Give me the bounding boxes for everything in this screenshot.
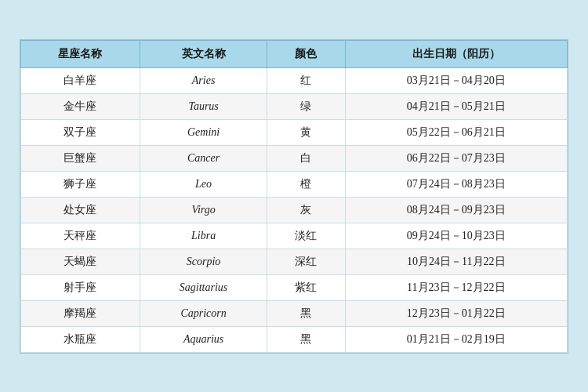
- cell-zh-name: 射手座: [21, 274, 140, 300]
- header-zh-name: 星座名称: [21, 40, 140, 67]
- table-row: 射手座Sagittarius紫红11月23日－12月22日: [21, 274, 568, 300]
- table-row: 狮子座Leo橙07月24日－08月23日: [21, 171, 568, 197]
- cell-date: 03月21日－04月20日: [345, 67, 567, 93]
- table-row: 天蝎座Scorpio深红10月24日－11月22日: [21, 249, 568, 274]
- cell-date: 11月23日－12月22日: [345, 274, 567, 300]
- cell-en-name: Cancer: [140, 145, 267, 171]
- cell-en-name: Taurus: [140, 93, 267, 119]
- cell-zh-name: 天蝎座: [21, 249, 140, 274]
- cell-date: 07月24日－08月23日: [345, 171, 567, 197]
- cell-color: 灰: [267, 197, 345, 223]
- table-row: 处女座Virgo灰08月24日－09月23日: [21, 197, 568, 223]
- table-row: 金牛座Taurus绿04月21日－05月21日: [21, 93, 568, 119]
- header-en-name: 英文名称: [140, 40, 267, 67]
- cell-color: 绿: [267, 93, 345, 119]
- cell-en-name: Virgo: [140, 197, 267, 223]
- cell-zh-name: 狮子座: [21, 171, 140, 197]
- cell-zh-name: 白羊座: [21, 67, 140, 93]
- cell-color: 黄: [267, 119, 345, 145]
- table-row: 水瓶座Aquarius黑01月21日－02月19日: [21, 326, 568, 352]
- cell-date: 04月21日－05月21日: [345, 93, 567, 119]
- cell-zh-name: 摩羯座: [21, 300, 140, 326]
- zodiac-table: 星座名称 英文名称 颜色 出生日期（阳历） 白羊座Aries红03月21日－04…: [20, 40, 568, 353]
- cell-color: 紫红: [267, 274, 345, 300]
- table-row: 巨蟹座Cancer白06月22日－07月23日: [21, 145, 568, 171]
- table-row: 双子座Gemini黄05月22日－06月21日: [21, 119, 568, 145]
- cell-zh-name: 巨蟹座: [21, 145, 140, 171]
- cell-date: 08月24日－09月23日: [345, 197, 567, 223]
- cell-zh-name: 天秤座: [21, 223, 140, 249]
- cell-zh-name: 双子座: [21, 119, 140, 145]
- cell-color: 橙: [267, 171, 345, 197]
- header-color: 颜色: [267, 40, 345, 67]
- cell-color: 淡红: [267, 223, 345, 249]
- cell-en-name: Leo: [140, 171, 267, 197]
- cell-date: 09月24日－10月23日: [345, 223, 567, 249]
- cell-en-name: Sagittarius: [140, 274, 267, 300]
- cell-date: 01月21日－02月19日: [345, 326, 567, 352]
- cell-en-name: Aquarius: [140, 326, 267, 352]
- cell-en-name: Capricorn: [140, 300, 267, 326]
- header-date: 出生日期（阳历）: [345, 40, 567, 67]
- cell-en-name: Scorpio: [140, 249, 267, 274]
- table-header-row: 星座名称 英文名称 颜色 出生日期（阳历）: [21, 40, 568, 67]
- cell-color: 白: [267, 145, 345, 171]
- cell-color: 黑: [267, 300, 345, 326]
- cell-zh-name: 处女座: [21, 197, 140, 223]
- cell-date: 06月22日－07月23日: [345, 145, 567, 171]
- zodiac-table-container: 星座名称 英文名称 颜色 出生日期（阳历） 白羊座Aries红03月21日－04…: [20, 39, 568, 354]
- cell-date: 05月22日－06月21日: [345, 119, 567, 145]
- cell-zh-name: 水瓶座: [21, 326, 140, 352]
- cell-en-name: Aries: [140, 67, 267, 93]
- cell-color: 红: [267, 67, 345, 93]
- cell-en-name: Libra: [140, 223, 267, 249]
- cell-zh-name: 金牛座: [21, 93, 140, 119]
- table-row: 天秤座Libra淡红09月24日－10月23日: [21, 223, 568, 249]
- table-body: 白羊座Aries红03月21日－04月20日金牛座Taurus绿04月21日－0…: [21, 67, 568, 352]
- cell-en-name: Gemini: [140, 119, 267, 145]
- cell-color: 黑: [267, 326, 345, 352]
- table-row: 摩羯座Capricorn黑12月23日－01月22日: [21, 300, 568, 326]
- cell-color: 深红: [267, 249, 345, 274]
- cell-date: 10月24日－11月22日: [345, 249, 567, 274]
- table-row: 白羊座Aries红03月21日－04月20日: [21, 67, 568, 93]
- cell-date: 12月23日－01月22日: [345, 300, 567, 326]
